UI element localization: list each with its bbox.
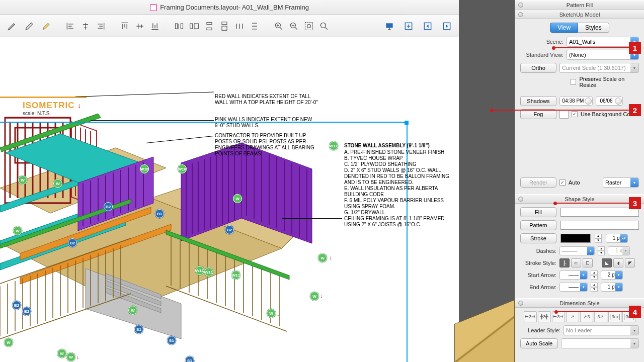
pencil-tool[interactable] [5, 19, 19, 33]
stroke-cap-icons: ╟ ⊂ ⊏ [559, 258, 593, 267]
fill-button[interactable]: Fill [520, 207, 556, 217]
align-left-icon[interactable] [63, 19, 77, 33]
align-middle-icon[interactable] [133, 19, 147, 33]
next-page-icon[interactable] [440, 19, 454, 33]
distribute-h2-icon[interactable] [187, 19, 201, 33]
panel-header-dimension-style[interactable]: Dimension Style [515, 298, 644, 308]
auto-scale-button[interactable]: Auto Scale [520, 338, 558, 348]
layout-canvas[interactable]: ISOMETRIC ↓ scale: N.T.S. [0, 37, 459, 362]
stroke-width-field[interactable]: 1 pt▴▾ [606, 234, 628, 243]
align-right-icon[interactable] [94, 19, 108, 33]
auto-label: Auto [569, 179, 580, 186]
shadows-button[interactable]: Shadows [520, 96, 556, 106]
start-arrow-size[interactable]: 2 pt▾ [601, 270, 623, 280]
join-miter-icon[interactable]: ◣ [602, 258, 612, 267]
red-arrow-icon: ↓ [329, 254, 332, 260]
highlighter-tool[interactable] [39, 19, 53, 33]
join-bevel-icon[interactable]: ◤ [625, 258, 635, 267]
tag-w: W [66, 352, 75, 361]
end-arrow-size[interactable]: 1 pt▾ [601, 283, 623, 292]
join-round-icon[interactable]: ◖ [613, 258, 623, 267]
zoom-out-icon[interactable] [287, 19, 301, 33]
stroke-style-label: Stroke Style: [520, 260, 556, 266]
preserve-scale-checkbox[interactable] [571, 79, 576, 85]
dash-stepper[interactable]: ▲▼ [598, 246, 605, 255]
start-arrow-stepper[interactable]: ▲▼ [591, 270, 598, 280]
stroke-button[interactable]: Stroke [520, 233, 556, 243]
fog-button[interactable]: Fog [520, 109, 556, 119]
svg-rect-5 [207, 28, 212, 30]
dim-below-icon[interactable]: ⊢3⊣ [552, 311, 565, 322]
red-arrow-icon: ↓ [277, 311, 280, 317]
auto-render-checkbox[interactable]: ✓ [559, 179, 566, 186]
shadow-time-field[interactable]: 04:38 PM [559, 97, 593, 106]
cap-round-icon[interactable]: ⊂ [571, 258, 581, 267]
note-tall-wall: RED WALL INDICATES EXTENT OF TALL WALL W… [215, 94, 320, 106]
stroke-color-stepper[interactable]: ▲▼ [595, 234, 602, 243]
dim-scale-select[interactable]: ▾ [561, 338, 639, 348]
panel-header-sketchup-model[interactable]: SketchUp Model [515, 10, 644, 19]
shadow-date-field[interactable]: 06/06 [596, 97, 623, 106]
svg-rect-4 [207, 22, 212, 24]
distribute-h-icon[interactable] [172, 19, 186, 33]
tag-w: W [318, 253, 327, 262]
use-bg-checkbox[interactable]: ✓ [572, 111, 578, 117]
tag-s1: S1 [134, 325, 143, 334]
tag-w: W [128, 306, 137, 315]
render-mode-select[interactable]: Raster▾ [603, 177, 639, 188]
distribute-v2-icon[interactable] [217, 19, 231, 33]
scene-select[interactable]: A01_Walls▾ [567, 37, 639, 47]
dash-style-select[interactable]: ———▾ [559, 246, 595, 255]
add-page-icon[interactable] [401, 19, 416, 33]
stroke-color-swatch[interactable] [560, 234, 591, 243]
align-bottom-icon[interactable] [148, 19, 162, 33]
align-center-h-icon[interactable] [78, 19, 93, 33]
cap-flat-icon[interactable]: ╟ [559, 258, 570, 267]
start-arrow-select[interactable]: ——▾ [559, 270, 588, 280]
end-arrow-stepper[interactable]: ▲▼ [591, 283, 598, 292]
fill-swatch[interactable] [560, 208, 639, 217]
view-styles-tabs: View Styles [520, 23, 639, 33]
distribute-v-icon[interactable] [202, 19, 216, 33]
callout-line [556, 311, 629, 312]
resize-handle[interactable] [405, 121, 409, 125]
tab-styles[interactable]: Styles [578, 23, 609, 33]
space-h-icon[interactable] [232, 19, 247, 33]
dash-scale-field[interactable]: 1 x▾ [608, 246, 630, 255]
toolbar [0, 15, 459, 37]
cap-square-icon[interactable]: ⊏ [583, 258, 593, 267]
dim-horiz1-icon[interactable]: ├3m┤ [608, 311, 621, 322]
end-arrow-select[interactable]: ——▾ [559, 283, 588, 292]
pen-tool[interactable] [22, 19, 36, 33]
panel-header-pattern-fill[interactable]: Pattern Fill [515, 0, 644, 10]
svg-rect-10 [305, 22, 313, 30]
prev-page-icon[interactable] [421, 19, 435, 33]
dim-diag2-icon[interactable]: ↗3 [580, 311, 593, 322]
zoom-extents-icon[interactable] [302, 19, 316, 33]
space-v-icon[interactable] [248, 19, 262, 33]
dimension-placement-icons: ⊢3⊣ ╋3╋ ⊢3⊣ ↗ ↗3 3↗ ├3m┤ ┤3m├ [520, 311, 639, 322]
dim-above-icon[interactable]: ⊢3⊣ [524, 311, 537, 322]
zoom-in-icon[interactable] [272, 19, 286, 33]
ortho-button[interactable]: Ortho [520, 63, 556, 73]
fog-color-swatch[interactable] [559, 110, 569, 119]
callout-4: 4 [629, 306, 641, 318]
leader-style-select[interactable]: No Leader▾ [564, 325, 639, 335]
pattern-button[interactable]: Pattern [520, 220, 556, 230]
align-top-icon[interactable] [118, 19, 132, 33]
tab-view[interactable]: View [550, 23, 578, 33]
dim-center-icon[interactable]: ╋3╋ [538, 311, 551, 322]
callout-line [555, 203, 629, 204]
note-ceiling: CEILING FRAMING IS AT 8'-1 1/8" FRAMED U… [344, 216, 450, 228]
stdview-select[interactable]: (None)▾ [567, 50, 639, 60]
dim-diag1-icon[interactable]: ↗ [566, 311, 579, 322]
svg-point-12 [320, 23, 326, 28]
dim-diag3-icon[interactable]: 3↗ [594, 311, 607, 322]
scale-select[interactable]: Current Scale (1:30.6017)▾ [559, 63, 639, 73]
background-model [454, 300, 515, 362]
start-arrow-label: Start Arrow: [520, 272, 556, 278]
pan-icon[interactable] [317, 19, 331, 33]
present-icon[interactable] [382, 19, 396, 33]
render-button[interactable]: Render [520, 177, 556, 188]
pattern-swatch[interactable] [560, 221, 639, 230]
